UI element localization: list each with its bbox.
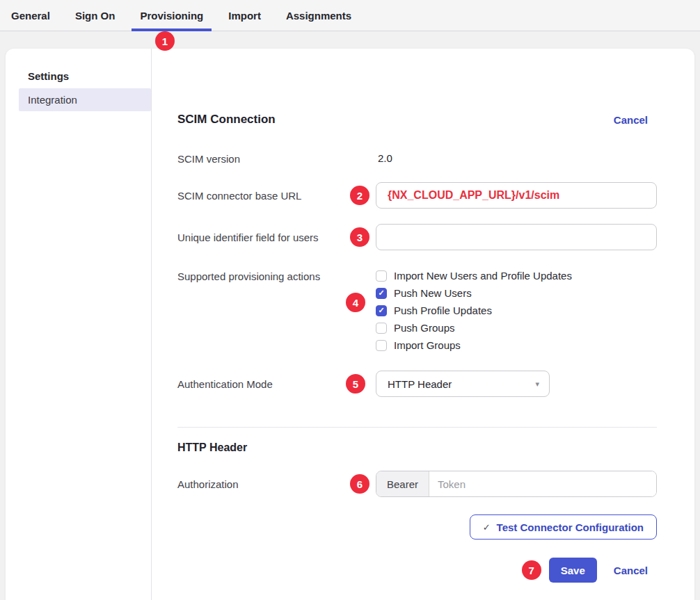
annotation-badge-6: 6 <box>350 474 369 494</box>
checkbox-label: Push Profile Updates <box>394 305 492 316</box>
authorization-token-input[interactable] <box>429 471 656 496</box>
section-divider <box>177 427 657 428</box>
checkbox-label: Import Groups <box>394 339 461 351</box>
http-header-section-title: HTTP Header <box>177 441 657 454</box>
row-scim-version: SCIM version 2.0 <box>177 152 657 165</box>
settings-sidebar: Settings Integration <box>6 49 152 600</box>
provisioning-card: Settings Integration SCIM Connection Can… <box>6 49 694 600</box>
panel-header: SCIM Connection Cancel <box>177 113 657 127</box>
unique-identifier-input[interactable] <box>376 224 657 250</box>
check-icon: ✓ <box>378 289 384 297</box>
row-authorization: Authorization 6 Bearer <box>177 471 657 497</box>
authentication-mode-select[interactable]: HTTP Header ▾ <box>376 371 550 397</box>
annotation-badge-2: 2 <box>350 186 369 205</box>
checkbox-label: Push New Users <box>394 287 472 299</box>
base-url-input[interactable] <box>376 182 657 209</box>
app-tabbar: General Sign On Provisioning Import Assi… <box>0 0 700 31</box>
annotation-badge-5: 5 <box>346 374 365 394</box>
unique-identifier-label: Unique identifier field for users <box>177 232 376 243</box>
checkbox-row-import-groups[interactable]: ✓ Import Groups <box>376 339 657 351</box>
checkbox: ✓ <box>376 305 387 316</box>
checkbox: ✓ <box>376 323 387 334</box>
checkbox-row-push-groups[interactable]: ✓ Push Groups <box>376 322 657 334</box>
checkbox-row-push-new-users[interactable]: ✓ Push New Users <box>376 287 657 299</box>
check-icon: ✓ <box>483 522 491 533</box>
row-unique-identifier: Unique identifier field for users 3 <box>177 224 657 250</box>
sidebar-heading: Settings <box>19 70 151 88</box>
provisioning-actions-list: ✓ Import New Users and Profile Updates ✓… <box>376 270 657 351</box>
authorization-input-group: Bearer <box>376 471 657 497</box>
header-cancel-link[interactable]: Cancel <box>614 114 648 126</box>
base-url-label: SCIM connector base URL <box>177 190 376 202</box>
chevron-down-icon: ▾ <box>535 380 539 389</box>
authentication-mode-value: HTTP Header <box>388 378 452 390</box>
test-connector-row: ✓ Test Connector Configuration <box>177 514 657 540</box>
panel-title: SCIM Connection <box>177 113 276 127</box>
tab-general[interactable]: General <box>3 0 58 31</box>
annotation-badge-7: 7 <box>522 560 541 580</box>
scim-connection-panel: SCIM Connection Cancel SCIM version 2.0 … <box>152 49 694 600</box>
checkbox-row-push-profile-updates[interactable]: ✓ Push Profile Updates <box>376 305 657 316</box>
provisioning-actions-label: Supported provisioning actions <box>177 270 376 282</box>
test-connector-label: Test Connector Configuration <box>497 521 644 533</box>
checkbox: ✓ <box>376 340 387 351</box>
tab-import[interactable]: Import <box>220 0 269 31</box>
row-provisioning-actions: Supported provisioning actions 4 ✓ Impor… <box>177 270 657 351</box>
save-button[interactable]: Save <box>549 558 597 583</box>
test-connector-button[interactable]: ✓ Test Connector Configuration <box>470 514 657 540</box>
tab-sign-on[interactable]: Sign On <box>67 0 124 31</box>
checkbox: ✓ <box>376 288 387 299</box>
scim-version-value: 2.0 <box>376 152 392 164</box>
row-base-url: SCIM connector base URL 2 <box>177 182 657 209</box>
footer-cancel-link[interactable]: Cancel <box>614 565 648 576</box>
row-authentication-mode: Authentication Mode 5 HTTP Header ▾ <box>177 371 657 397</box>
tab-provisioning[interactable]: Provisioning <box>132 0 212 31</box>
tab-assignments[interactable]: Assignments <box>278 0 360 31</box>
authorization-scheme-prefix: Bearer <box>376 471 429 496</box>
checkbox-label: Push Groups <box>394 322 455 334</box>
annotation-badge-3: 3 <box>350 227 369 247</box>
checkbox-label: Import New Users and Profile Updates <box>394 270 572 282</box>
scim-version-label: SCIM version <box>177 153 376 165</box>
checkbox: ✓ <box>376 270 387 282</box>
checkbox-row-import-new-users[interactable]: ✓ Import New Users and Profile Updates <box>376 270 657 282</box>
sidebar-item-integration[interactable]: Integration <box>19 88 151 111</box>
form-footer: 7 Save Cancel <box>177 558 657 583</box>
check-icon: ✓ <box>378 307 384 314</box>
authorization-label: Authorization <box>177 478 376 490</box>
annotation-badge-4: 4 <box>346 293 365 312</box>
annotation-badge-1: 1 <box>155 31 175 51</box>
